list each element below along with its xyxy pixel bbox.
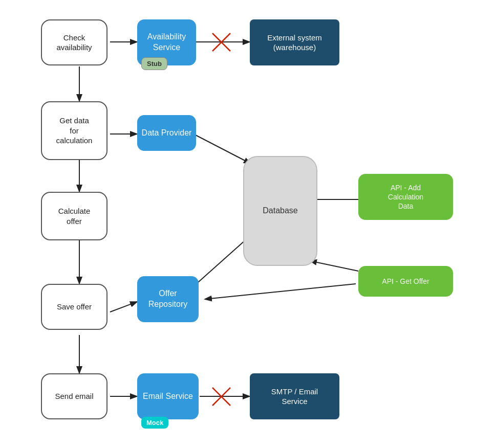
api-calc-node: API - Add Calculation Data — [358, 174, 453, 220]
api-get-offer-node: API - Get Offer — [358, 266, 453, 297]
stub-badge: Stub — [141, 57, 167, 70]
external-system-node: External system (warehouse) — [250, 19, 339, 65]
svg-line-15 — [205, 284, 356, 299]
database-node: Database — [243, 156, 317, 266]
smtp-email-node: SMTP / Email Service — [250, 373, 339, 419]
calculate-offer-node: Calculate offer — [41, 192, 107, 240]
offer-repository-node: Offer Repository — [137, 276, 199, 322]
svg-line-11 — [110, 302, 137, 312]
mock-badge: Mock — [141, 417, 168, 429]
svg-line-12 — [193, 235, 251, 286]
send-email-node: Send email — [41, 373, 107, 419]
email-service-node: Email Service — [137, 373, 199, 419]
data-provider-node: Data Provider — [137, 115, 196, 151]
get-data-node: Get data for calculation — [41, 101, 107, 160]
svg-line-5 — [212, 33, 230, 51]
save-offer-node: Save offer — [41, 284, 107, 330]
check-availability-node: Check availability — [41, 19, 107, 65]
svg-line-14 — [310, 261, 358, 271]
svg-line-4 — [212, 33, 230, 51]
svg-line-19 — [212, 388, 230, 406]
diagram: Check availability Availability Service … — [0, 0, 495, 448]
svg-line-8 — [193, 134, 251, 164]
svg-line-20 — [212, 388, 230, 406]
